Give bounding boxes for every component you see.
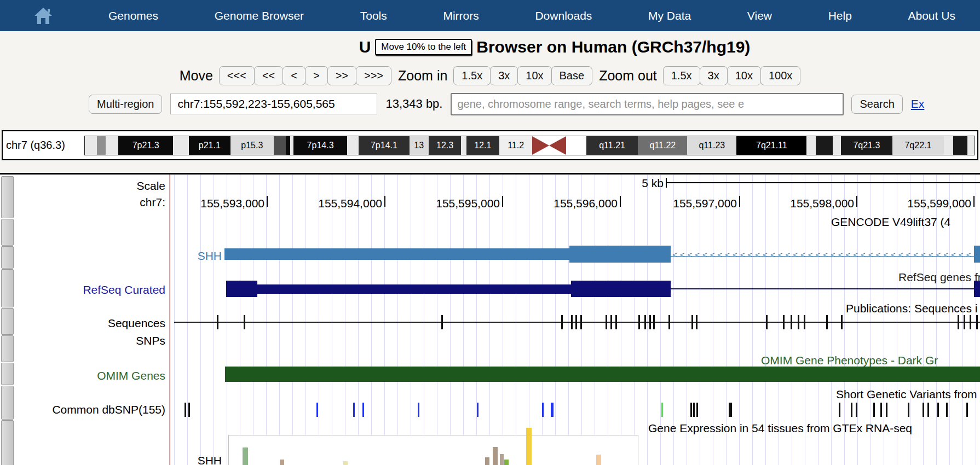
zoom-out-button-1-5x[interactable]: 1.5x [663,66,700,85]
track-grip-6[interactable] [1,363,14,385]
home-icon[interactable] [33,6,54,26]
zoom-in-button-base[interactable]: Base [551,66,593,85]
sequence-match-tick[interactable] [841,315,843,329]
dbsnp-variant-tick[interactable] [542,403,544,417]
gtex-expression-bar[interactable] [493,447,498,465]
move-button-item[interactable]: >> [327,66,356,85]
sequence-match-tick[interactable] [783,315,785,329]
dbsnp-variant-tick[interactable] [729,403,732,417]
gencode-shh-utr-block[interactable] [569,246,671,263]
dbsnp-variant-tick[interactable] [886,403,887,417]
track-grip-0[interactable] [1,176,14,218]
track-grip-8[interactable] [1,420,14,465]
zoom-in-button-3x[interactable]: 3x [490,66,518,85]
sequence-match-tick[interactable] [606,315,607,329]
refseq-cds-bar[interactable] [226,284,571,294]
position-input[interactable] [170,94,377,114]
move-button-item[interactable]: <<< [219,66,255,85]
dbsnp-variant-tick[interactable] [937,403,939,417]
sequence-match-tick[interactable] [696,315,697,329]
sequence-match-tick[interactable] [561,315,563,329]
gtex-plot-box[interactable] [228,435,638,465]
dbsnp-variant-tick[interactable] [353,403,355,417]
dbsnp-variant-tick[interactable] [946,403,948,417]
gtex-expression-bar[interactable] [526,428,532,465]
zoom-in-button-1-5x[interactable]: 1.5x [453,66,491,85]
sequence-match-tick[interactable] [958,315,959,329]
move-button-item[interactable]: > [305,66,328,85]
nav-item-about-us[interactable]: About Us [908,9,955,22]
track-grip-1[interactable] [1,219,14,246]
dbsnp-variant-tick[interactable] [908,403,909,417]
nav-item-genome-browser[interactable]: Genome Browser [215,9,304,22]
gtex-expression-bar[interactable] [280,460,284,465]
zoom-in-button-10x[interactable]: 10x [517,66,551,85]
dbsnp-variant-tick[interactable] [185,403,186,417]
dbsnp-variant-tick[interactable] [362,403,364,417]
refseq-utr-block[interactable] [571,281,671,297]
dbsnp-variant-tick[interactable] [839,403,840,417]
dbsnp-variant-tick[interactable] [851,403,852,417]
sequence-match-tick[interactable] [441,315,443,329]
sequence-match-tick[interactable] [691,315,693,329]
sequence-match-tick[interactable] [804,315,805,329]
gtex-expression-bar[interactable] [504,460,509,465]
sequence-match-tick[interactable] [244,315,245,329]
dbsnp-variant-tick[interactable] [418,403,419,417]
nav-item-help[interactable]: Help [828,9,852,22]
nav-item-tools[interactable]: Tools [360,9,387,22]
dbsnp-variant-tick[interactable] [316,403,318,417]
dbsnp-variant-tick[interactable] [966,403,968,417]
search-button[interactable]: Search [851,95,902,114]
sequence-match-tick[interactable] [615,315,617,329]
move-button-item[interactable]: >>> [356,66,391,85]
dbsnp-variant-tick[interactable] [880,403,882,417]
sequence-match-tick[interactable] [575,315,577,329]
nav-item-downloads[interactable]: Downloads [535,9,592,22]
sequence-match-tick[interactable] [798,315,799,329]
dbsnp-variant-tick[interactable] [188,403,190,417]
dbsnp-variant-tick[interactable] [690,403,692,417]
gencode-shh-exon-bar[interactable] [224,248,569,260]
examples-link[interactable]: Ex [911,97,925,111]
ideogram-bands[interactable]: 7p21.3p21.1p15.37p14.37p14.11312.312.111… [84,136,975,155]
sequence-match-tick[interactable] [668,315,670,329]
zoom-out-button-100x[interactable]: 100x [760,66,800,85]
gtex-expression-bar[interactable] [596,455,601,465]
sequence-match-tick[interactable] [970,315,971,329]
gtex-expression-bar[interactable] [485,457,489,465]
sequence-match-tick[interactable] [610,315,612,329]
sequence-match-tick[interactable] [976,315,978,329]
move-button-item[interactable]: << [254,66,283,85]
gtex-expression-bar[interactable] [500,454,504,465]
move-button-item[interactable]: < [283,66,305,85]
sequence-match-tick[interactable] [580,315,582,329]
sequence-match-tick[interactable] [649,315,651,329]
dbsnp-variant-tick[interactable] [477,403,479,417]
multi-region-button[interactable]: Multi-region [89,95,162,114]
dbsnp-variant-tick[interactable] [927,403,929,417]
dbsnp-variant-tick[interactable] [873,403,875,417]
sequence-match-tick[interactable] [766,315,768,329]
zoom-out-button-3x[interactable]: 3x [700,66,728,85]
sequence-match-tick[interactable] [826,315,828,329]
nav-item-my-data[interactable]: My Data [648,9,691,22]
track-grip-3[interactable] [1,269,14,307]
track-grip-2[interactable] [1,246,14,269]
dbsnp-variant-tick[interactable] [693,403,695,417]
track-grip-4[interactable] [1,308,14,335]
search-input[interactable] [451,93,844,115]
dbsnp-variant-tick[interactable] [551,403,554,417]
gencode-right-edge-block[interactable] [974,246,980,263]
sequence-match-tick[interactable] [644,315,646,329]
dbsnp-variant-tick[interactable] [661,403,663,417]
gtex-expression-bar[interactable] [243,447,248,465]
track-grip-7[interactable] [1,386,14,420]
sequence-match-tick[interactable] [638,315,640,329]
sequence-match-tick[interactable] [791,315,792,329]
sequence-match-tick[interactable] [217,315,218,329]
track-grip-5[interactable] [1,335,14,362]
dbsnp-variant-tick[interactable] [923,403,924,417]
nav-item-genomes[interactable]: Genomes [108,9,158,22]
gtex-expression-bar[interactable] [343,461,348,465]
